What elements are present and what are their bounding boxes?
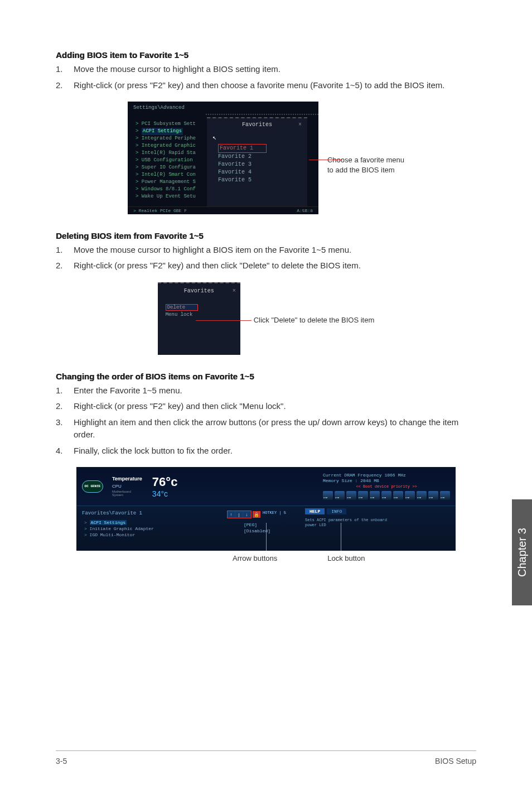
oc-genie-button[interactable]: OC GENIE: [82, 480, 103, 493]
step-num: 4.: [56, 445, 66, 458]
arrow-buttons[interactable]: ↑ | ↓: [227, 511, 252, 518]
boot-device-icon[interactable]: [323, 491, 333, 500]
mb-temp-value: 34°c: [152, 489, 178, 498]
step-text: Right-click (or press "F2" key) and then…: [74, 79, 445, 92]
bios-screenshot: OC GENIE Temperature CPU MotherboardSyst…: [76, 467, 456, 551]
step-text: Right-click (or press "F2" key) and then…: [74, 259, 361, 272]
boot-priority-label: << Boot device priority >>: [323, 484, 450, 489]
memory-info: Memory Size : 2048 MB: [323, 478, 450, 484]
favorites-popup: Favorites × Delete Menu lock: [158, 282, 240, 355]
cpu-label: CPU: [112, 484, 142, 489]
list-item[interactable]: IGD Multi-Monitor: [84, 532, 205, 538]
step-text: Enter the Favorite 1~5 menu.: [74, 384, 182, 397]
boot-device-icon[interactable]: [428, 491, 438, 500]
popup-title: Favorites: [184, 288, 214, 294]
page-footer: 3-5 BIOS Setup: [56, 750, 476, 766]
section3-steps: 1.Enter the Favorite 1~5 menu. 2.Right-c…: [56, 384, 476, 458]
favorites-popup: Favorites × ↖ Favorite 1 Favorite 2 Favo…: [207, 117, 307, 206]
section2-steps: 1.Move the mouse cursor to highlight a B…: [56, 244, 476, 272]
delete-option[interactable]: Delete: [166, 304, 198, 311]
boot-device-icon[interactable]: [417, 491, 427, 500]
callout-leader: [266, 523, 267, 551]
step-text: Finally, click the lock button to fix th…: [74, 445, 233, 458]
favorite-path: Favorites\Favorite 1: [76, 506, 205, 519]
step-num: 1.: [56, 384, 66, 397]
boot-device-icon[interactable]: [405, 491, 415, 500]
section3-title: Changing the order of BIOS items on Favo…: [56, 372, 476, 381]
step-num: 2.: [56, 400, 66, 413]
section1-steps: 1.Move the mouse cursor to highlight a B…: [56, 63, 476, 92]
step-num: 3.: [56, 416, 66, 441]
list-item[interactable]: Initiate Graphic Adapter: [84, 526, 205, 532]
favorite-option[interactable]: Favorite 2: [218, 153, 307, 161]
help-tab[interactable]: HELP: [305, 508, 325, 514]
figure-delete-favorite: Favorites × Delete Menu lock Click "Dele…: [158, 282, 375, 355]
help-text: Sets ACPI parameters of the onboard powe…: [305, 518, 389, 528]
info-tab[interactable]: INFO: [327, 508, 346, 514]
callout-leader: [309, 160, 342, 160]
bios-breadcrumb: Settings\Advanced: [128, 105, 318, 114]
callout-text: Click "Delete" to delete the BIOS item: [254, 316, 375, 324]
list-item[interactable]: ACPI Settings: [84, 519, 205, 526]
chapter-tab: Chapter 3: [512, 499, 532, 605]
boot-device-icon[interactable]: [381, 491, 391, 500]
boot-device-icon[interactable]: [346, 491, 356, 500]
dram-info: Current DRAM Frequency 1066 MHz: [323, 473, 450, 478]
favorite-option[interactable]: Favorite 1: [218, 144, 267, 153]
boot-device-strip[interactable]: [323, 491, 450, 500]
hotkey-label: HOTKEY | 5: [263, 511, 286, 515]
boot-device-icon[interactable]: [370, 491, 380, 500]
step-text: Move the mouse cursor to highlight a BIO…: [74, 63, 280, 76]
boot-device-icon[interactable]: [358, 491, 368, 500]
step-num: 1.: [56, 244, 66, 257]
figure-reorder-favorite: OC GENIE Temperature CPU MotherboardSyst…: [56, 467, 476, 562]
close-icon[interactable]: ×: [233, 288, 236, 294]
section1-title: Adding BIOS item to Favorite 1~5: [56, 50, 476, 60]
boot-device-icon[interactable]: [335, 491, 345, 500]
favorite-option[interactable]: Favorite 4: [218, 169, 307, 176]
setting-value: [PEG]: [244, 522, 305, 528]
footer-left: > Realtek PCIe GBE F: [133, 208, 187, 213]
lock-button-label: Lock button: [327, 554, 365, 562]
close-icon[interactable]: ×: [298, 122, 302, 128]
boot-device-icon[interactable]: [440, 491, 450, 500]
page-number: 3-5: [56, 757, 67, 766]
lock-button[interactable]: 🔒: [253, 511, 260, 518]
setting-value: [Disabled]: [244, 528, 305, 534]
step-text: Move the mouse cursor to highlight a BIO…: [74, 244, 351, 257]
section2-title: Deleting BIOS item from Favorite 1~5: [56, 231, 476, 240]
arrow-up-icon[interactable]: ↑: [228, 511, 235, 518]
callout-leader: [196, 320, 252, 321]
step-num: 2.: [56, 79, 66, 92]
callout-leader: [341, 523, 341, 551]
step-text: Right-click (or press "F2" key) and then…: [74, 400, 286, 413]
favorite-option[interactable]: Favorite 3: [218, 161, 307, 169]
cursor-icon: ↖: [212, 133, 307, 142]
footer-right: A:5B:8: [297, 208, 313, 213]
popup-title: Favorites: [242, 122, 272, 128]
arrow-sep-icon: |: [235, 511, 243, 518]
temperature-label: Temperature: [112, 476, 142, 482]
bios-panel: Settings\Advanced PCI Subsystem Sett ACP…: [128, 102, 318, 214]
menulock-option[interactable]: Menu lock: [166, 312, 240, 317]
arrow-down-icon[interactable]: ↓: [243, 511, 251, 518]
motherboard-label: MotherboardSystem: [112, 490, 142, 497]
step-num: 1.: [56, 63, 66, 76]
callout-text: Choose a favorite menu to add the BIOS i…: [327, 155, 404, 175]
favorite-option[interactable]: Favorite 5: [218, 176, 307, 184]
boot-device-icon[interactable]: [393, 491, 403, 500]
figure-add-favorite: Settings\Advanced PCI Subsystem Sett ACP…: [128, 102, 404, 214]
cpu-temp-value: 76°c: [152, 475, 178, 489]
step-num: 2.: [56, 259, 66, 272]
arrow-buttons-label: Arrow buttons: [233, 554, 277, 562]
footer-title: BIOS Setup: [435, 757, 476, 766]
step-text: Highlight an item and then click the arr…: [74, 416, 476, 441]
